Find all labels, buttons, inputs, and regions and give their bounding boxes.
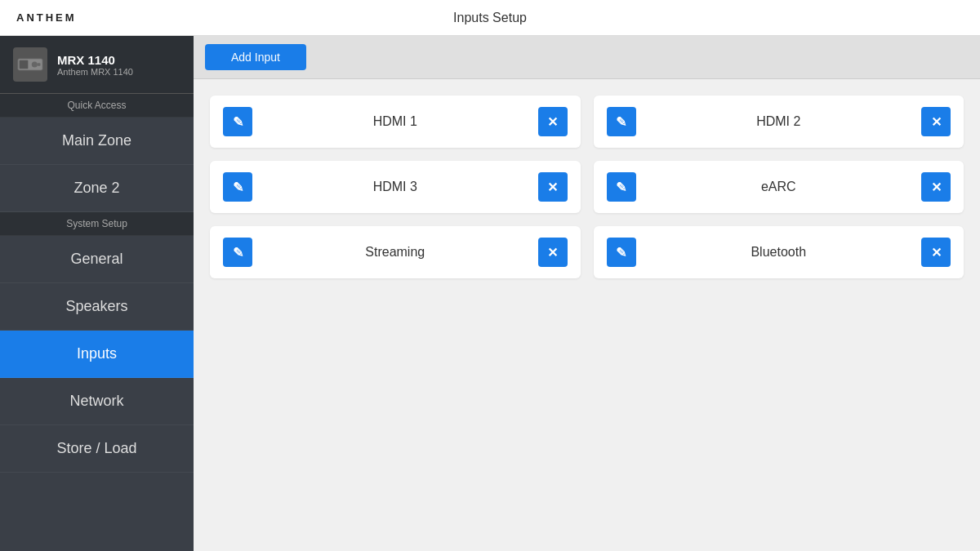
edit-earc-button[interactable]: ✎	[607, 172, 636, 202]
anthem-logo: ANTHEM	[16, 11, 77, 24]
edit-hdmi2-button[interactable]: ✎	[607, 107, 636, 136]
device-name: MRX 1140	[57, 53, 133, 67]
input-card-streaming: ✎ Streaming ✕	[210, 226, 581, 278]
pencil-icon: ✎	[233, 245, 243, 260]
inputs-grid: ✎ HDMI 1 ✕ ✎ HDMI 2 ✕ ✎	[194, 79, 980, 295]
remove-bluetooth-button[interactable]: ✕	[921, 238, 951, 267]
svg-rect-1	[20, 60, 29, 69]
remove-earc-button[interactable]: ✕	[921, 172, 951, 202]
edit-streaming-button[interactable]: ✎	[223, 238, 252, 267]
remove-hdmi2-button[interactable]: ✕	[921, 107, 951, 136]
x-icon: ✕	[931, 180, 942, 195]
pencil-icon: ✎	[616, 245, 626, 260]
input-card-bluetooth: ✎ Bluetooth ✕	[594, 226, 964, 278]
remove-hdmi1-button[interactable]: ✕	[538, 107, 568, 136]
input-label-hdmi3: HDMI 3	[262, 180, 528, 194]
pencil-icon: ✎	[233, 180, 243, 195]
input-card-hdmi2: ✎ HDMI 2 ✕	[594, 96, 964, 148]
pencil-icon: ✎	[233, 114, 243, 130]
device-subtitle: Anthem MRX 1140	[57, 67, 133, 77]
input-card-hdmi3: ✎ HDMI 3 ✕	[210, 161, 581, 213]
sidebar-item-general[interactable]: General	[0, 236, 194, 283]
sidebar-item-zone-2[interactable]: Zone 2	[0, 165, 194, 212]
top-bar: ANTHEM Inputs Setup	[0, 0, 980, 36]
x-icon: ✕	[931, 114, 942, 130]
sidebar-section-quick-access: Quick Access	[0, 94, 194, 118]
add-input-button[interactable]: Add Input	[205, 44, 306, 70]
input-card-earc: ✎ eARC ✕	[594, 161, 964, 213]
page-title: Inputs Setup	[453, 11, 527, 25]
x-icon: ✕	[931, 245, 942, 260]
x-icon: ✕	[547, 245, 558, 260]
device-info: MRX 1140 Anthem MRX 1140	[57, 53, 133, 77]
input-label-earc: eARC	[646, 180, 912, 194]
remove-streaming-button[interactable]: ✕	[538, 238, 568, 267]
svg-rect-3	[38, 63, 41, 66]
input-label-hdmi2: HDMI 2	[646, 114, 912, 129]
x-icon: ✕	[547, 114, 558, 130]
remove-hdmi3-button[interactable]: ✕	[538, 172, 568, 202]
sidebar-item-speakers[interactable]: Speakers	[0, 283, 194, 331]
edit-bluetooth-button[interactable]: ✎	[607, 238, 636, 267]
content-toolbar: Add Input	[194, 36, 980, 79]
input-label-hdmi1: HDMI 1	[262, 114, 528, 129]
sidebar-item-main-zone[interactable]: Main Zone	[0, 118, 194, 165]
device-section: MRX 1140 Anthem MRX 1140	[0, 36, 194, 94]
sidebar-item-inputs[interactable]: Inputs	[0, 331, 194, 378]
x-icon: ✕	[547, 180, 558, 195]
sidebar-item-store-load[interactable]: Store / Load	[0, 425, 194, 473]
sidebar: MRX 1140 Anthem MRX 1140 Quick Access Ma…	[0, 36, 194, 551]
main-layout: MRX 1140 Anthem MRX 1140 Quick Access Ma…	[0, 36, 980, 551]
device-icon	[13, 47, 47, 82]
svg-point-2	[32, 61, 38, 67]
input-label-streaming: Streaming	[262, 245, 528, 260]
content-area: Add Input ✎ HDMI 1 ✕ ✎ HDMI 2	[194, 36, 980, 551]
input-label-bluetooth: Bluetooth	[646, 245, 912, 260]
pencil-icon: ✎	[616, 114, 626, 130]
input-card-hdmi1: ✎ HDMI 1 ✕	[210, 96, 581, 148]
sidebar-section-system-setup: System Setup	[0, 212, 194, 236]
pencil-icon: ✎	[616, 180, 626, 195]
edit-hdmi3-button[interactable]: ✎	[223, 172, 252, 202]
sidebar-item-network[interactable]: Network	[0, 378, 194, 425]
edit-hdmi1-button[interactable]: ✎	[223, 107, 252, 136]
